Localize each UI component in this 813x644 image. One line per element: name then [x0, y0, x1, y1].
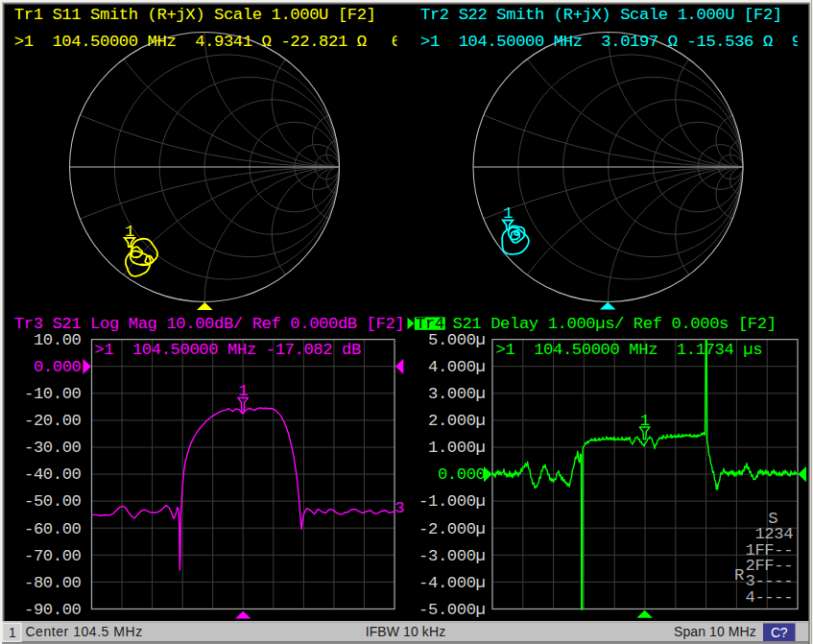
svg-text:-50.00: -50.00 [24, 492, 82, 511]
svg-text:-4.000µ: -4.000µ [418, 574, 485, 592]
svg-text:1.000µ: 1.000µ [428, 439, 486, 457]
svg-text:-1.000µ: -1.000µ [418, 492, 485, 511]
svg-text:-20.00: -20.00 [24, 412, 82, 430]
svg-text:10.00: 10.00 [34, 331, 82, 349]
svg-text:-3.000µ: -3.000µ [418, 547, 485, 565]
svg-text:1: 1 [238, 382, 248, 400]
svg-text:Tr1 S11 Smith (R+jX) Scale 1.0: Tr1 S11 Smith (R+jX) Scale 1.000U [F2] [14, 6, 376, 24]
svg-text:-70.00: -70.00 [24, 547, 82, 565]
svg-text:-90.00: -90.00 [24, 601, 82, 619]
svg-text:>1 104.50000 MHz 3.0197 Ω -1: >1 104.50000 MHz 3.0197 Ω -15.536 Ω [420, 33, 773, 51]
svg-text:3: 3 [395, 499, 404, 517]
svg-text:4----: 4---- [746, 588, 794, 607]
svg-text:-10.00: -10.00 [24, 385, 82, 403]
svg-text:R: R [734, 566, 744, 584]
svg-text:Tr2 S22 Smith (R+jX) Scale 1.0: Tr2 S22 Smith (R+jX) Scale 1.000U [F2] [420, 6, 782, 24]
svg-text:-60.00: -60.00 [24, 520, 82, 538]
svg-text:1: 1 [125, 223, 134, 241]
svg-text:1: 1 [640, 412, 650, 430]
svg-text:C?: C? [771, 625, 788, 640]
svg-text:1: 1 [9, 625, 16, 640]
svg-text:-2.000µ: -2.000µ [418, 520, 485, 538]
svg-text:-40.00: -40.00 [24, 465, 82, 484]
svg-text:-80.00: -80.00 [24, 574, 82, 592]
svg-text:Center 104.5 MHz: Center 104.5 MHz [25, 624, 142, 639]
svg-text:3.000µ: 3.000µ [428, 385, 486, 403]
svg-text:-5.000µ: -5.000µ [418, 601, 485, 619]
svg-text:>1 104.50000 MHz 4.9341 Ω -2: >1 104.50000 MHz 4.9341 Ω -22.821 Ω [14, 33, 367, 51]
svg-text:2.000µ: 2.000µ [428, 412, 486, 430]
svg-text:4.000µ: 4.000µ [428, 358, 486, 376]
svg-text:Span 10 MHz: Span 10 MHz [674, 624, 756, 639]
svg-text:-30.00: -30.00 [24, 439, 82, 457]
svg-text:0.000: 0.000 [34, 358, 82, 376]
svg-text:5.000µ: 5.000µ [428, 331, 486, 349]
svg-text:IFBW 10 kHz: IFBW 10 kHz [366, 624, 446, 639]
svg-text:1: 1 [503, 204, 513, 223]
svg-text:S21 Delay 1.000µs/ Ref 0.000s: S21 Delay 1.000µs/ Ref 0.000s [F2] [453, 315, 777, 333]
svg-text:>1 104.50000 MHz 1.1734 µs: >1 104.50000 MHz 1.1734 µs [496, 341, 763, 359]
svg-text:0.000: 0.000 [438, 465, 486, 484]
svg-text:>1 104.50000 MHz -17.082 dB: >1 104.50000 MHz -17.082 dB [94, 341, 361, 359]
